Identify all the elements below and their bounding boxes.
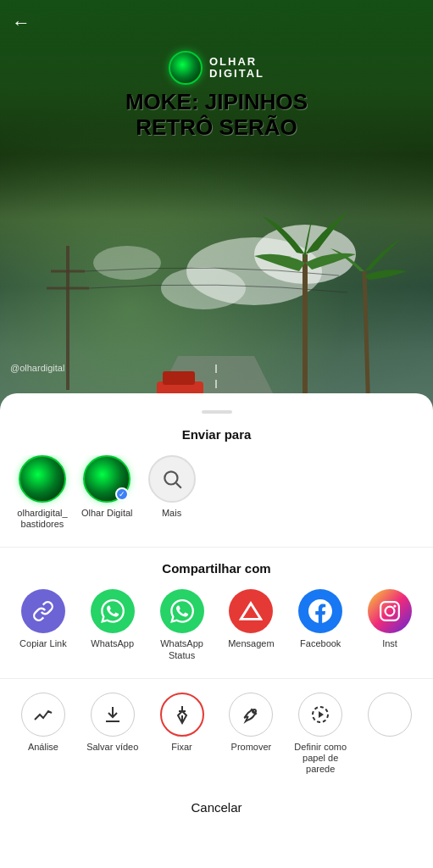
share-label-link: Copiar Link bbox=[19, 638, 67, 649]
send-section-title: Enviar para bbox=[0, 427, 433, 442]
media-header: OLHAR DIGITAL MOKE: JIPINHOS RETRÔ SERÃO bbox=[0, 0, 433, 212]
action-item-wallpaper[interactable]: Definir como papel de parede bbox=[287, 693, 353, 776]
pin-icon bbox=[160, 693, 204, 737]
facebook-icon bbox=[298, 589, 342, 633]
contact-label-more: Mais bbox=[162, 508, 181, 519]
divider-1 bbox=[0, 547, 433, 548]
brand-row: OLHAR DIGITAL bbox=[169, 51, 264, 85]
svg-rect-25 bbox=[380, 603, 399, 621]
share-section-title: Compartilhar com bbox=[0, 561, 433, 576]
copy-link-icon bbox=[21, 589, 65, 633]
watermark: @olhardigital bbox=[10, 363, 64, 373]
share-item-instagram[interactable]: Inst bbox=[357, 589, 423, 660]
action-label-analytics: Análise bbox=[28, 742, 58, 753]
action-label-save: Salvar vídeo bbox=[86, 742, 138, 753]
actions-row: Análise Salvar vídeo Fixar bbox=[0, 693, 433, 776]
svg-point-22 bbox=[164, 471, 177, 484]
contact-avatar-more bbox=[148, 455, 196, 503]
svg-marker-34 bbox=[319, 711, 324, 718]
divider-2 bbox=[0, 678, 433, 679]
brand-eye-icon bbox=[169, 51, 203, 85]
svg-marker-24 bbox=[241, 604, 261, 620]
share-label-whatsapp-status: WhatsApp Status bbox=[149, 638, 215, 660]
action-item-pin[interactable]: Fixar bbox=[149, 693, 215, 776]
action-item-analytics[interactable]: Análise bbox=[10, 693, 76, 776]
action-item-more2[interactable] bbox=[357, 693, 423, 776]
contact-label-2: Olhar Digital bbox=[81, 508, 133, 519]
contacts-row: olhardigital_bastidores ✓ Olhar Digital … bbox=[0, 455, 433, 530]
instagram-icon bbox=[368, 589, 412, 633]
action-item-promote[interactable]: Promover bbox=[218, 693, 284, 776]
whatsapp-icon bbox=[91, 589, 135, 633]
action-label-pin: Fixar bbox=[171, 742, 192, 753]
back-button[interactable]: ← bbox=[12, 12, 31, 34]
brand-olhar: OLHAR bbox=[209, 56, 264, 68]
share-item-whatsapp[interactable]: WhatsApp bbox=[80, 589, 146, 660]
bottom-sheet: Enviar para olhardigital_bastidores ✓ Ol… bbox=[0, 393, 433, 868]
save-video-icon bbox=[91, 693, 135, 737]
contact-item[interactable]: ✓ Olhar Digital bbox=[81, 455, 133, 530]
promote-icon bbox=[229, 693, 273, 737]
media-title: MOKE: JIPINHOS RETRÔ SERÃO bbox=[108, 90, 325, 141]
cancel-button[interactable]: Cancelar bbox=[0, 792, 433, 823]
verified-badge: ✓ bbox=[115, 487, 129, 501]
share-label-whatsapp: WhatsApp bbox=[91, 638, 134, 649]
search-icon bbox=[161, 468, 183, 490]
svg-point-26 bbox=[386, 607, 395, 616]
share-item-whatsapp-status[interactable]: WhatsApp Status bbox=[149, 589, 215, 660]
whatsapp-status-icon bbox=[160, 589, 204, 633]
analytics-icon bbox=[21, 693, 65, 737]
svg-point-27 bbox=[393, 605, 396, 608]
share-label-instagram: Inst bbox=[382, 638, 397, 649]
share-label-message: Mensagem bbox=[228, 638, 274, 649]
contact-avatar-1 bbox=[19, 455, 66, 503]
message-icon bbox=[229, 589, 273, 633]
share-item-facebook[interactable]: Facebook bbox=[287, 589, 353, 660]
contact-item-more[interactable]: Mais bbox=[147, 455, 197, 530]
brand-digital: DIGITAL bbox=[209, 68, 264, 80]
contact-item[interactable]: olhardigital_bastidores bbox=[17, 455, 68, 530]
brand-text: OLHAR DIGITAL bbox=[209, 56, 264, 81]
svg-line-23 bbox=[175, 483, 180, 488]
share-item-message[interactable]: Mensagem bbox=[218, 589, 284, 660]
contact-label-1: olhardigital_bastidores bbox=[17, 508, 67, 530]
wallpaper-icon bbox=[298, 693, 342, 737]
share-label-facebook: Facebook bbox=[300, 638, 341, 649]
media-area: OLHAR DIGITAL MOKE: JIPINHOS RETRÔ SERÃO… bbox=[0, 0, 433, 441]
action-label-promote: Promover bbox=[231, 742, 272, 753]
share-item-link[interactable]: Copiar Link bbox=[10, 589, 76, 660]
more-icon bbox=[368, 693, 412, 737]
sheet-handle bbox=[202, 410, 232, 414]
share-row: Copiar Link WhatsApp WhatsApp Status bbox=[0, 589, 433, 660]
action-item-save[interactable]: Salvar vídeo bbox=[80, 693, 146, 776]
action-label-wallpaper: Definir como papel de parede bbox=[287, 742, 353, 776]
contact-avatar-2: ✓ bbox=[83, 455, 130, 503]
